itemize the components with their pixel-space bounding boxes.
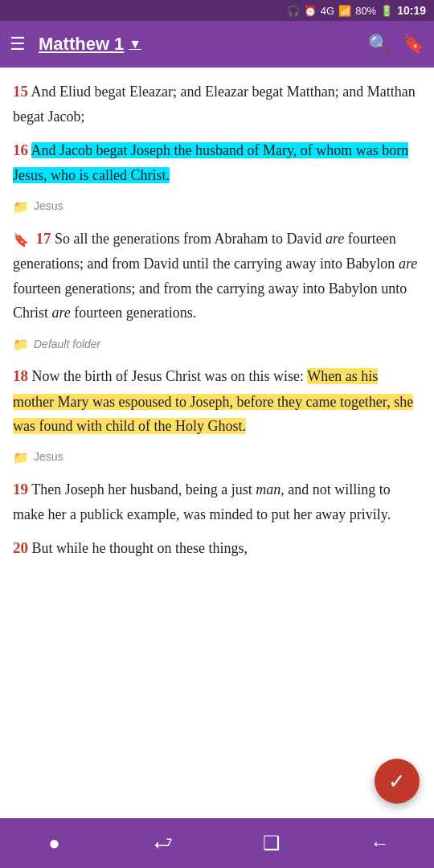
book-title[interactable]: Matthew 1 ▼ [39,34,358,55]
verse-text-16: And Jacob begat Joseph the husband of Ma… [13,142,408,183]
menu-button[interactable]: ☰ [10,34,26,55]
verse-text-15: And Eliud begat Eleazar; and Eleazar beg… [13,84,416,125]
tag-text-18: Jesus [34,448,63,467]
dropdown-icon[interactable]: ▼ [129,37,141,51]
folder-icon-17: 📁 [13,334,29,355]
alarm-icon: ⏰ [304,5,317,17]
verse-19: 19 Then Joseph her husband, being a just… [13,477,421,527]
back-icon: ← [371,833,390,854]
search-button[interactable]: 🔍 [368,34,390,55]
bottom-nav: ● ⮐ ❑ ← [0,818,434,868]
bluetooth-icon: 🎧 [287,5,300,17]
nav-home-button[interactable]: ● [35,823,75,863]
toolbar: ☰ Matthew 1 ▼ 🔍 🔖 [0,21,434,68]
home-icon: ● [48,833,60,854]
fab-icon: ✓ [388,769,406,794]
toolbar-actions: 🔍 🔖 [368,34,424,55]
nav-back-button[interactable]: ← [360,823,400,863]
return-icon: ⮐ [154,832,173,854]
folder-icon-16: 📁 [13,196,29,218]
verse-text-18: Now the birth of Jesus Christ was on thi… [13,368,413,434]
highlight-cyan-16: And Jacob begat Joseph the husband of Ma… [13,142,408,183]
verse-20: 20 But while he thought on these things, [13,535,421,561]
time-display: 10:19 [397,4,426,17]
tag-label-16: 📁 Jesus [13,196,421,218]
italic-are-3: are [52,305,71,321]
network-label: 4G [321,5,334,17]
verse-number-19: 19 [13,481,28,497]
fab-button[interactable]: ✓ [375,759,420,804]
verse-number-20: 20 [13,539,28,556]
battery-icon: 🔋 [380,5,393,17]
tag-label-18: 📁 Jesus [13,447,421,469]
verse-15: 15 And Eliud begat Eleazar; and Eleazar … [13,79,421,129]
scripture-content: 15 And Eliud begat Eleazar; and Eleazar … [0,68,434,585]
battery-label: 80% [355,5,376,17]
verse-text-17: So all the generations from Abraham to D… [13,231,417,321]
verse-16: 16 And Jacob begat Joseph the husband of… [13,137,421,188]
bookmark-button[interactable]: 🔖 [403,34,424,55]
verse-number-16: 16 [13,141,28,158]
highlight-yellow-18: When as his mother Mary was espoused to … [13,368,413,434]
verse-text-19: Then Joseph her husband, being a just ma… [13,481,391,522]
verse-number-15: 15 [13,83,28,100]
italic-are-1: are [326,231,344,247]
status-bar: 🎧 ⏰ 4G 📶 80% 🔋 10:19 [0,0,434,21]
italic-are-2: are [399,256,417,272]
overview-icon: ❑ [263,832,280,854]
bookmark-icon-17: 🔖 [13,233,29,247]
verse-number-18: 18 [13,367,28,384]
verse-text-20: But while he thought on these things, [32,540,248,556]
folder-icon-18: 📁 [13,447,29,469]
nav-overview-button[interactable]: ❑ [252,823,292,863]
verse-18: 18 Now the birth of Jesus Christ was on … [13,363,421,438]
italic-man: man [256,481,280,497]
tag-text-16: Jesus [34,197,63,216]
tag-text-17: Default folder [34,335,100,354]
title-text: Matthew 1 [39,34,124,55]
verse-17: 🔖 17 So all the generations from Abraham… [13,226,421,326]
signal-icon: 📶 [338,5,351,17]
verse-number-17: 17 [36,230,51,247]
status-icons: 🎧 ⏰ 4G 📶 80% 🔋 10:19 [287,4,426,17]
tag-label-17: 📁 Default folder [13,334,421,355]
nav-return-button[interactable]: ⮐ [143,823,183,863]
